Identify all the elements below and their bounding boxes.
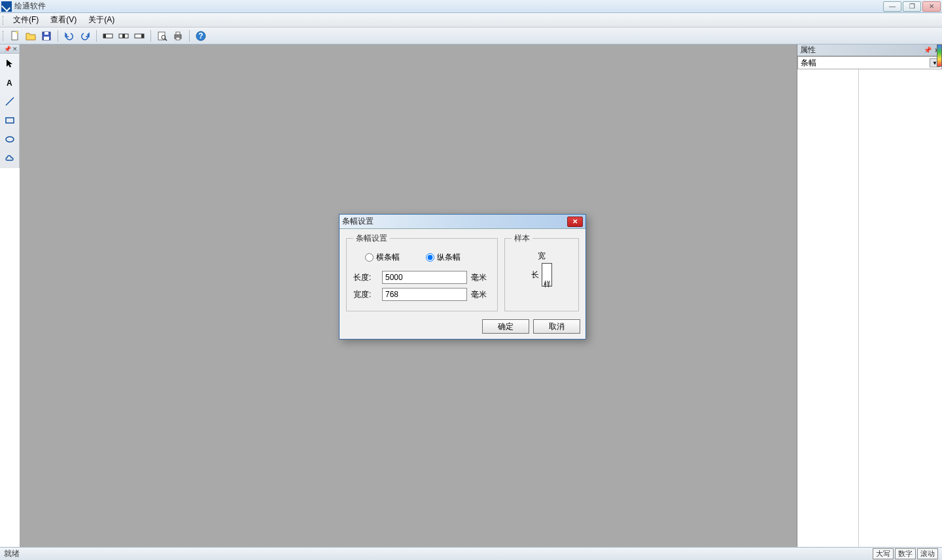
scroll-indicator: 滚动 <box>917 548 938 559</box>
width-label: 宽度: <box>353 289 378 300</box>
cloud-tool[interactable] <box>1 149 19 167</box>
ellipse-icon <box>5 134 15 145</box>
help-button[interactable]: ? <box>194 29 208 43</box>
undo-icon <box>64 31 75 41</box>
find-button[interactable] <box>155 29 169 43</box>
properties-header: 属性 📌 ➤ <box>797 44 942 56</box>
width-input[interactable] <box>382 288 467 301</box>
length-unit: 毫米 <box>471 272 491 283</box>
dialog-buttons: 确定 取消 <box>482 319 580 334</box>
undo-button[interactable] <box>62 29 77 43</box>
line-icon <box>5 96 15 107</box>
tool-panel: 📌 ✕ A <box>0 44 20 168</box>
redo-button[interactable] <box>78 29 92 43</box>
open-folder-icon <box>26 31 36 41</box>
selected-object-label: 条幅 <box>801 58 816 69</box>
svg-rect-10 <box>141 34 144 38</box>
properties-title: 属性 <box>800 44 921 56</box>
cancel-button[interactable]: 取消 <box>533 319 580 334</box>
line-tool[interactable] <box>1 92 19 111</box>
pin-icon[interactable]: 📌 <box>4 46 11 52</box>
close-icon[interactable]: ✕ <box>12 46 18 52</box>
ok-button[interactable]: 确定 <box>482 319 529 334</box>
print-button[interactable] <box>171 29 185 43</box>
ellipse-tool[interactable] <box>1 130 19 149</box>
svg-rect-4 <box>44 37 49 40</box>
open-button[interactable] <box>24 29 38 43</box>
properties-body <box>797 69 942 547</box>
new-file-button[interactable] <box>8 29 22 43</box>
toolbar-sep-3 <box>150 30 151 42</box>
radio-horizontal-label: 横条幅 <box>376 252 400 263</box>
width-unit: 毫米 <box>471 289 491 300</box>
properties-values-column <box>859 69 942 547</box>
length-label: 长度: <box>353 272 378 283</box>
width-row: 宽度: 毫米 <box>353 288 491 301</box>
help-icon: ? <box>196 31 206 41</box>
num-indicator: 数字 <box>895 548 916 559</box>
dialog-title: 条幅设置 <box>342 216 567 227</box>
toolbar-sep-4 <box>189 30 190 42</box>
svg-rect-1 <box>16 31 18 33</box>
save-button[interactable] <box>39 29 54 43</box>
layout-2-button[interactable] <box>116 29 131 43</box>
status-text: 就绪 <box>4 548 871 559</box>
layout-3-button[interactable] <box>132 29 147 43</box>
minimize-button[interactable]: — <box>883 1 901 12</box>
layout-1-button[interactable] <box>101 29 115 43</box>
sample-width-label: 宽 <box>538 251 546 262</box>
save-icon <box>41 31 52 41</box>
search-icon <box>157 31 167 41</box>
svg-text:?: ? <box>198 31 203 41</box>
toolbar: ? <box>0 27 942 44</box>
layout-c-icon <box>134 31 145 41</box>
radio-vertical[interactable]: 纵条幅 <box>426 252 461 263</box>
layout-v-icon <box>118 31 129 41</box>
close-button[interactable]: ✕ <box>922 1 941 12</box>
radio-horizontal[interactable]: 横条幅 <box>365 252 400 263</box>
orientation-radios: 横条幅 纵条幅 <box>365 252 488 263</box>
dialog-body: 条幅设置 横条幅 纵条幅 长度: 毫米 宽度: 毫米 <box>340 229 585 317</box>
rect-icon <box>5 115 15 126</box>
redo-icon <box>80 31 90 41</box>
dialog-titlebar[interactable]: 条幅设置 ✕ <box>340 215 585 229</box>
app-title: 绘通软件 <box>14 1 46 12</box>
maximize-button[interactable]: ❐ <box>903 1 921 12</box>
properties-panel: 属性 📌 ➤ 条幅 ▼ <box>797 44 942 547</box>
new-file-icon <box>10 31 20 41</box>
length-row: 长度: 毫米 <box>353 271 491 284</box>
settings-legend: 条幅设置 <box>353 233 390 244</box>
sample-fieldset: 样本 宽 长 样 <box>504 233 579 311</box>
window-controls: — ❐ ✕ <box>883 1 941 12</box>
color-strip[interactable] <box>937 44 942 67</box>
radio-horizontal-input[interactable] <box>365 253 374 262</box>
length-input[interactable] <box>382 271 467 284</box>
toolbar-sep-1 <box>58 30 58 42</box>
radio-vertical-input[interactable] <box>426 253 434 262</box>
text-tool[interactable]: A <box>1 73 19 92</box>
menubar: 文件(F) 查看(V) 关于(A) <box>0 13 942 27</box>
caps-indicator: 大写 <box>873 548 894 559</box>
statusbar: 就绪 大写 数字 滚动 <box>0 547 942 560</box>
menu-view[interactable]: 查看(V) <box>45 13 82 27</box>
pointer-tool[interactable] <box>1 54 19 73</box>
pin-icon[interactable]: 📌 <box>924 46 932 54</box>
svg-line-13 <box>165 39 167 41</box>
menu-about[interactable]: 关于(A) <box>83 13 120 27</box>
dialog-close-button[interactable]: ✕ <box>567 217 583 227</box>
menu-file[interactable]: 文件(F) <box>8 13 44 27</box>
sample-length-label: 长 <box>531 270 539 281</box>
svg-point-22 <box>6 137 14 142</box>
svg-line-20 <box>6 97 14 105</box>
menubar-grip <box>3 16 5 25</box>
object-selector[interactable]: 条幅 ▼ <box>797 56 942 69</box>
svg-rect-8 <box>122 34 125 38</box>
svg-rect-15 <box>176 32 180 35</box>
sample-preview: 宽 长 样 <box>531 251 552 287</box>
rect-tool[interactable] <box>1 111 19 130</box>
banner-settings-dialog: 条幅设置 ✕ 条幅设置 横条幅 纵条幅 长度: 毫米 宽度: <box>339 214 586 340</box>
pointer-icon <box>5 58 15 69</box>
print-icon <box>173 31 183 41</box>
sample-legend: 样本 <box>512 233 532 244</box>
svg-text:A: A <box>7 79 12 88</box>
